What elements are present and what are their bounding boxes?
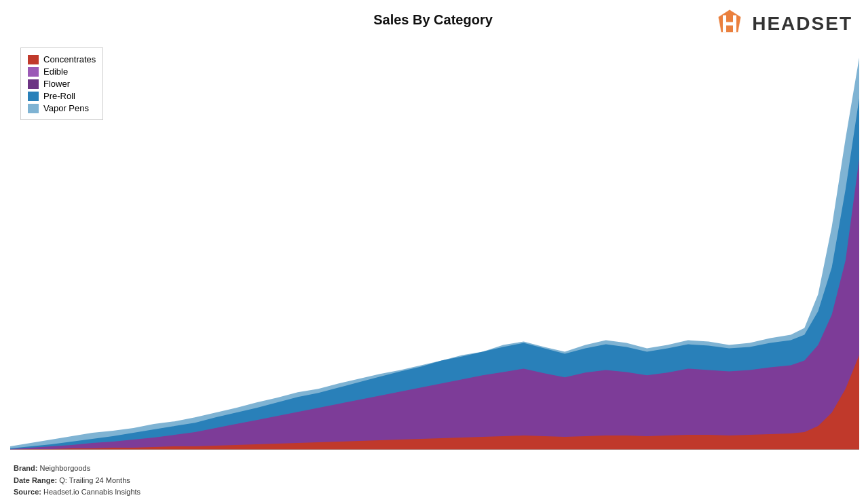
footer-info: Brand: Neighborgoods Date Range: Q: Trai… <box>14 463 140 499</box>
date-range-label: Date Range: <box>14 476 57 484</box>
source-label: Source: <box>14 488 41 496</box>
brand-label: Brand: <box>14 464 37 472</box>
svg-rect-3 <box>723 22 736 26</box>
flower-area <box>10 159 859 450</box>
chart-container: HEADSET Sales By Category Concentrates E… <box>0 0 866 504</box>
chart-svg: 2022 2023-01 2023-03 2023-05 2023-07 202… <box>10 37 859 450</box>
headset-logo: HEADSET <box>713 7 852 41</box>
date-range-value: Q: Trailing 24 Months <box>59 476 130 484</box>
source-value: Headset.io Cannabis Insights <box>43 488 140 496</box>
chart-area: 2022 2023-01 2023-03 2023-05 2023-07 202… <box>10 37 859 450</box>
headset-logo-icon <box>713 7 747 41</box>
logo-text: HEADSET <box>752 13 852 35</box>
brand-value: Neighborgoods <box>40 464 91 472</box>
